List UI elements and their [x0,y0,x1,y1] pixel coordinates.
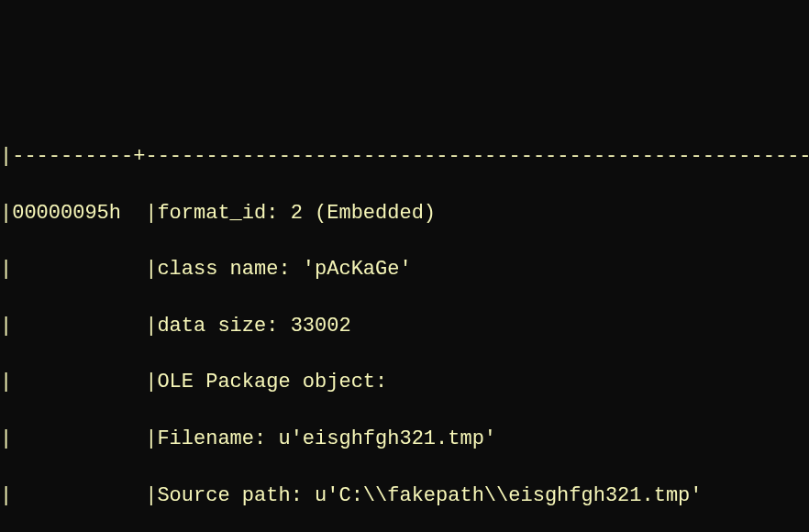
data-size-cell: data size: 33002 [157,313,350,341]
divider-row: |----------+----------------------------… [0,143,809,172]
entry-row: |00000095h|format_id: 2 (Embedded) [0,200,809,228]
offset-cell: 00000095h [12,200,145,228]
source-path-cell: Source path: u'C:\\fakepath\\eisghfgh321… [157,482,702,511]
entry-row: ||class name: 'pAcKaGe' [0,256,809,284]
filename-cell: Filename: u'eisghfgh321.tmp' [157,426,496,454]
class-name-cell: class name: 'pAcKaGe' [157,256,411,284]
entry-row: ||OLE Package object: [0,369,809,397]
format-id-cell: format_id: 2 (Embedded) [157,200,436,228]
divider-left: ---------- [12,143,133,172]
entry-row: ||data size: 33002 [0,313,809,341]
ole-header-cell: OLE Package object: [157,369,387,397]
terminal-output: |----------+----------------------------… [0,115,809,532]
entry-row: ||Filename: u'eisghfgh321.tmp' [0,426,809,454]
divider-right: ----------------------------------------… [145,143,809,172]
entry-row: ||Source path: u'C:\\fakepath\\eisghfgh3… [0,482,809,511]
